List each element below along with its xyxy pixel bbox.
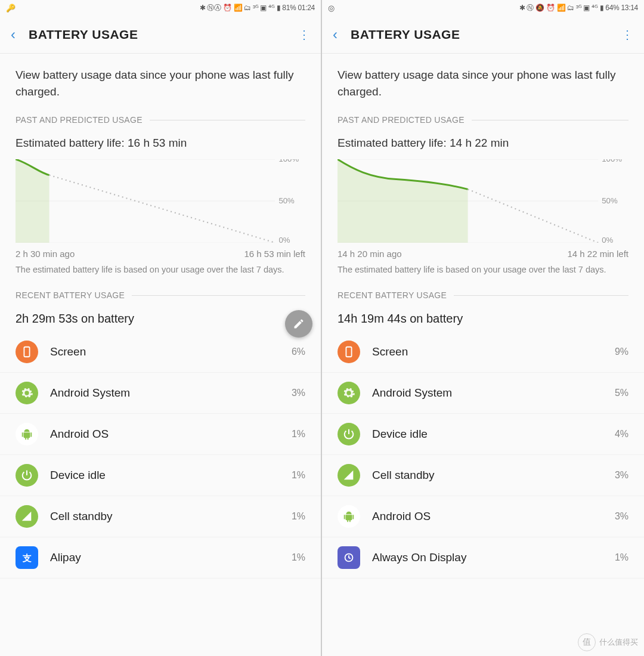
battery-chart[interactable]: 100% 50% 0% — [0, 153, 321, 245]
app-name: Screen — [50, 345, 292, 358]
cell-icon — [338, 464, 360, 487]
app-percent: 1% — [615, 552, 628, 563]
app-row[interactable]: Android System 3% — [0, 373, 321, 414]
chart-note: The estimated battery life is based on y… — [322, 260, 644, 286]
time-on-battery: 2h 29m 53s on battery — [0, 302, 321, 332]
gear-icon — [16, 382, 38, 404]
app-row[interactable]: Cell standby 3% — [322, 455, 644, 496]
header: ‹ BATTERY USAGE ⋮ — [322, 16, 644, 54]
aod-icon — [338, 546, 360, 569]
app-row[interactable]: Device idle 1% — [0, 455, 321, 496]
section-recent-header: RECENT BATTERY USAGE — [0, 286, 321, 302]
svg-text:50%: 50% — [602, 196, 618, 205]
app-name: Device idle — [372, 428, 615, 441]
app-percent: 4% — [615, 429, 628, 440]
app-percent: 3% — [292, 388, 305, 398]
app-percent: 3% — [615, 470, 628, 481]
app-row[interactable]: Android OS 1% — [0, 414, 321, 455]
power-icon — [338, 423, 360, 445]
status-right: ✱ ⓃⒶ ⏰ 📶 🗂 ³ᴳ ▣ ⁴ᴳ ▮ 81% 01:24 — [200, 3, 315, 13]
app-percent: 3% — [615, 511, 628, 522]
app-name: Android OS — [50, 428, 292, 441]
section-past-header: PAST AND PREDICTED USAGE — [322, 110, 644, 127]
screen-icon — [16, 341, 38, 363]
app-name: Cell standby — [372, 469, 615, 482]
chart-x-labels: 14 h 20 min ago 14 h 22 min left — [322, 245, 644, 260]
phone-screen: 🔑 ✱ ⓃⒶ ⏰ 📶 🗂 ³ᴳ ▣ ⁴ᴳ ▮ 81% 01:24 ‹ BATTE… — [0, 0, 322, 656]
section-recent-header: RECENT BATTERY USAGE — [322, 286, 644, 302]
estimated-life: Estimated battery life: 16 h 53 min — [0, 127, 321, 153]
intro-text: View battery usage data since your phone… — [322, 54, 644, 110]
app-row[interactable]: Screen 6% — [0, 332, 321, 373]
app-name: Screen — [372, 345, 615, 358]
content: View battery usage data since your phone… — [322, 54, 644, 656]
svg-text:100%: 100% — [602, 159, 622, 163]
svg-rect-6 — [24, 347, 29, 357]
phone-screen: ◎ ✱ Ⓝ 🔕 ⏰ 📶 🗂 ³ᴳ ▣ ⁴ᴳ ▮ 64% 13:14 ‹ BATT… — [322, 0, 644, 656]
app-name: Alipay — [50, 551, 292, 564]
app-row[interactable]: Cell standby 1% — [0, 496, 321, 537]
svg-text:0%: 0% — [278, 236, 290, 243]
alipay-icon: 支 — [16, 546, 38, 569]
edit-fab[interactable] — [285, 310, 312, 338]
section-past-header: PAST AND PREDICTED USAGE — [0, 110, 321, 127]
content: View battery usage data since your phone… — [0, 54, 321, 656]
header: ‹ BATTERY USAGE ⋮ — [0, 16, 321, 54]
android-icon — [16, 423, 38, 445]
page-title: BATTERY USAGE — [351, 27, 621, 42]
app-percent: 9% — [615, 346, 628, 357]
back-button[interactable]: ‹ — [11, 26, 16, 43]
app-percent: 1% — [292, 511, 305, 522]
battery-chart[interactable]: 100% 50% 0% — [322, 153, 644, 245]
watermark: 值什么值得买 — [578, 633, 638, 651]
power-icon — [16, 464, 38, 487]
status-bar: 🔑 ✱ ⓃⒶ ⏰ 📶 🗂 ³ᴳ ▣ ⁴ᴳ ▮ 81% 01:24 — [0, 0, 321, 16]
app-name: Android System — [372, 386, 615, 400]
app-name: Android OS — [372, 510, 615, 523]
app-name: Android System — [50, 386, 292, 400]
app-list: Screen 6% Android System 3% Android OS 1… — [0, 332, 321, 578]
status-right: ✱ Ⓝ 🔕 ⏰ 📶 🗂 ³ᴳ ▣ ⁴ᴳ ▮ 64% 13:14 — [519, 3, 638, 13]
app-row[interactable]: Screen 9% — [322, 332, 644, 373]
app-list: Screen 9% Android System 5% Device idle … — [322, 332, 644, 578]
status-bar: ◎ ✱ Ⓝ 🔕 ⏰ 📶 🗂 ³ᴳ ▣ ⁴ᴳ ▮ 64% 13:14 — [322, 0, 644, 16]
app-percent: 5% — [615, 388, 628, 398]
app-row[interactable]: Android OS 3% — [322, 496, 644, 537]
chart-note: The estimated battery life is based on y… — [0, 260, 321, 286]
estimated-life: Estimated battery life: 14 h 22 min — [322, 127, 644, 153]
intro-text: View battery usage data since your phone… — [0, 54, 321, 110]
app-row[interactable]: Android System 5% — [322, 373, 644, 414]
time-on-battery: 14h 19m 44s on battery — [322, 302, 644, 332]
app-name: Always On Display — [372, 551, 615, 564]
app-name: Cell standby — [50, 510, 292, 523]
back-button[interactable]: ‹ — [333, 26, 338, 43]
more-menu-button[interactable]: ⋮ — [298, 27, 310, 42]
app-percent: 1% — [292, 552, 305, 563]
svg-text:100%: 100% — [278, 159, 299, 163]
chart-x-labels: 2 h 30 min ago 16 h 53 min left — [0, 245, 321, 260]
cell-icon — [16, 505, 38, 528]
svg-text:0%: 0% — [602, 236, 613, 243]
app-row[interactable]: 支 Alipay 1% — [0, 537, 321, 578]
app-row[interactable]: Device idle 4% — [322, 414, 644, 455]
app-row[interactable]: Always On Display 1% — [322, 537, 644, 578]
app-percent: 1% — [292, 470, 305, 481]
android-icon — [338, 505, 360, 528]
page-title: BATTERY USAGE — [29, 27, 298, 42]
app-percent: 1% — [292, 429, 305, 440]
svg-rect-14 — [346, 347, 351, 357]
screen-icon — [338, 341, 360, 363]
app-name: Device idle — [50, 469, 292, 482]
status-left: 🔑 — [6, 4, 16, 13]
gear-icon — [338, 382, 360, 404]
status-left: ◎ — [328, 4, 335, 13]
svg-text:支: 支 — [22, 553, 32, 563]
more-menu-button[interactable]: ⋮ — [621, 27, 633, 42]
svg-text:50%: 50% — [278, 196, 295, 205]
app-percent: 6% — [292, 346, 305, 357]
